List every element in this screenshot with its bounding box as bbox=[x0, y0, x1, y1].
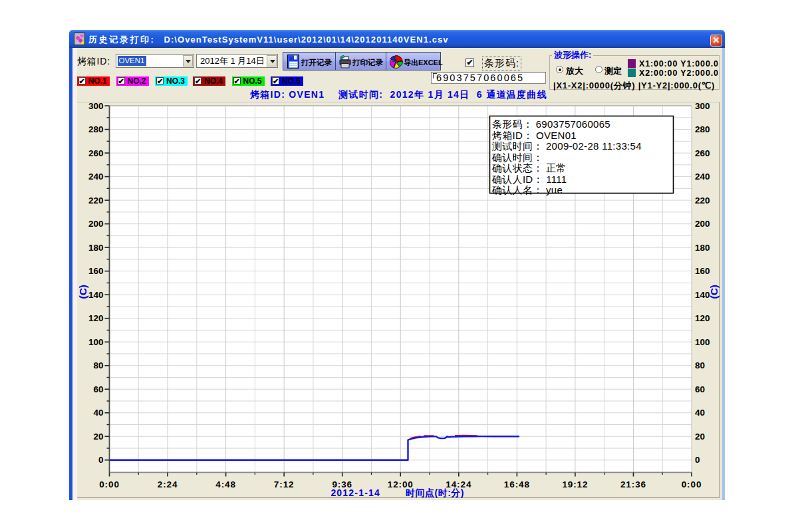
svg-text:260: 260 bbox=[88, 148, 104, 158]
svg-text:16:48: 16:48 bbox=[504, 479, 530, 489]
svg-text:200: 200 bbox=[695, 219, 710, 229]
svg-text:300: 300 bbox=[88, 102, 104, 111]
svg-text:220: 220 bbox=[695, 195, 710, 205]
svg-text:180: 180 bbox=[695, 242, 710, 252]
svg-text:60: 60 bbox=[695, 384, 705, 394]
svg-text:80: 80 bbox=[93, 360, 103, 370]
svg-text:100: 100 bbox=[695, 336, 710, 346]
svg-text:240: 240 bbox=[88, 172, 104, 182]
svg-text:烤箱ID： OVEN01: 烤箱ID： OVEN01 bbox=[492, 129, 577, 140]
svg-text:(C): (C) bbox=[77, 284, 88, 299]
svg-text:2012-1-14: 2012-1-14 bbox=[331, 487, 380, 498]
svg-text:240: 240 bbox=[695, 172, 710, 182]
svg-text:确认时间：: 确认时间： bbox=[491, 151, 543, 162]
svg-text:4:48: 4:48 bbox=[215, 479, 236, 489]
svg-text:时间点(时:分): 时间点(时:分) bbox=[406, 487, 464, 498]
svg-text:200: 200 bbox=[88, 219, 104, 229]
svg-text:80: 80 bbox=[695, 360, 705, 370]
svg-text:280: 280 bbox=[88, 124, 104, 134]
svg-text:确认人ID： 1111: 确认人ID： 1111 bbox=[491, 173, 567, 184]
svg-text:140: 140 bbox=[88, 289, 104, 299]
svg-text:确认状态： 正常: 确认状态： 正常 bbox=[491, 162, 567, 174]
svg-text:60: 60 bbox=[93, 384, 103, 394]
svg-text:220: 220 bbox=[88, 195, 104, 205]
svg-text:测试时间： 2009-02-28 11:33:54: 测试时间： 2009-02-28 11:33:54 bbox=[491, 140, 642, 152]
svg-text:21:36: 21:36 bbox=[620, 479, 646, 489]
svg-text:300: 300 bbox=[695, 102, 710, 111]
svg-text:160: 160 bbox=[695, 266, 710, 276]
svg-text:20: 20 bbox=[695, 431, 705, 441]
svg-text:0:00: 0:00 bbox=[99, 479, 120, 489]
svg-text:280: 280 bbox=[695, 124, 710, 134]
svg-text:0: 0 bbox=[98, 455, 104, 465]
svg-text:120: 120 bbox=[695, 313, 710, 323]
svg-text:确认人名： yue: 确认人名： yue bbox=[491, 184, 563, 196]
svg-text:120: 120 bbox=[88, 313, 104, 323]
svg-text:260: 260 bbox=[695, 148, 710, 158]
svg-text:(C): (C) bbox=[708, 284, 720, 299]
svg-text:40: 40 bbox=[93, 408, 103, 418]
svg-text:2:24: 2:24 bbox=[158, 479, 178, 489]
svg-text:20: 20 bbox=[93, 431, 103, 441]
svg-text:7:12: 7:12 bbox=[274, 479, 295, 489]
svg-text:条形码： 6903757060065: 条形码： 6903757060065 bbox=[492, 118, 610, 130]
svg-text:19:12: 19:12 bbox=[562, 479, 588, 489]
svg-text:0: 0 bbox=[695, 455, 700, 465]
svg-text:100: 100 bbox=[88, 336, 104, 346]
svg-text:160: 160 bbox=[88, 266, 104, 276]
svg-text:40: 40 bbox=[695, 408, 705, 418]
svg-text:180: 180 bbox=[88, 242, 104, 252]
svg-text:0:00: 0:00 bbox=[682, 479, 702, 489]
